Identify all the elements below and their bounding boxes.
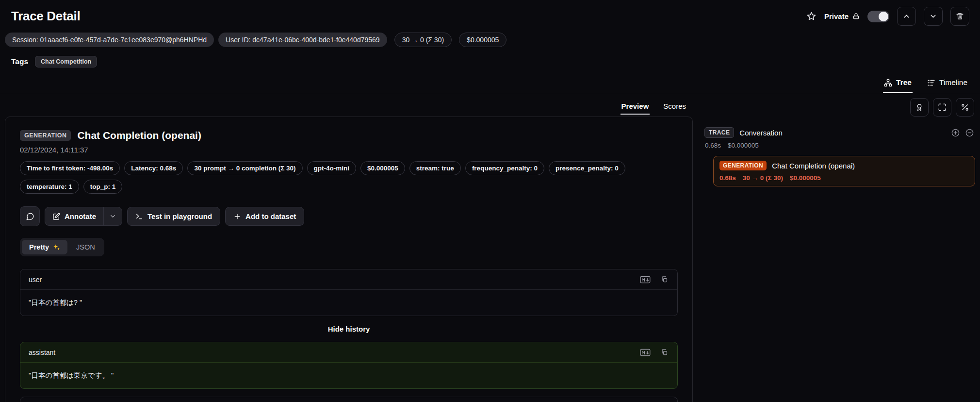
pretty-label: Pretty [29, 243, 49, 251]
observation-title: Chat Completion (openai) [77, 130, 201, 141]
trash-icon [956, 12, 964, 20]
observation-metrics: Time to first token: -498.00s Latency: 0… [20, 161, 670, 194]
next-trace-button[interactable] [924, 7, 943, 26]
cost-pill: $0.000005 [459, 33, 506, 47]
message-card-user: user [20, 397, 678, 402]
copy-icon [661, 276, 668, 283]
view-tabs: Tree Timeline [0, 74, 980, 93]
metric-pill: $0.000005 [360, 161, 405, 175]
tab-scores[interactable]: Scores [662, 98, 687, 115]
collapse-node-button[interactable] [965, 128, 974, 137]
bookmark-button[interactable] [806, 11, 817, 21]
toggle-scores-button[interactable] [910, 98, 929, 117]
comment-icon [26, 212, 34, 221]
copy-button[interactable] [656, 273, 672, 285]
comments-button[interactable] [20, 206, 40, 226]
markdown-toggle-button[interactable] [637, 273, 653, 285]
messages-list: user [20, 269, 678, 402]
award-icon [915, 103, 924, 112]
copy-button[interactable] [656, 346, 672, 358]
previous-trace-button[interactable] [897, 7, 916, 26]
markdown-icon [640, 349, 651, 356]
privacy-label: Private [824, 12, 849, 20]
metric-pill: presence_penalty: 0 [549, 161, 625, 175]
tab-preview[interactable]: Preview [621, 98, 650, 115]
user-id-pill[interactable]: User ID: dc47a41e-06bc-400d-bde1-f0e440d… [218, 33, 387, 47]
message-card-user: user [20, 269, 678, 316]
panel-tabs: Preview Scores [5, 98, 693, 115]
annotate-label: Annotate [65, 212, 96, 220]
chevron-down-icon [109, 213, 116, 220]
privacy-toggle[interactable] [867, 11, 889, 22]
edit-icon [52, 213, 60, 220]
playground-label: Test in playground [147, 212, 212, 220]
trace-metrics: 0.68s $0.000005 [703, 142, 975, 149]
generation-node-metrics: 0.68s 30 → 0 (Σ 30) $0.000005 [719, 174, 969, 182]
sparkles-icon [53, 244, 60, 251]
tab-timeline[interactable]: Timeline [926, 74, 968, 93]
page-header: Trace Detail Private [0, 0, 980, 29]
metric-pill: Latency: 0.68s [124, 161, 183, 175]
generation-node-title: Chat Completion (openai) [772, 162, 855, 170]
hide-history-button[interactable]: Hide history [328, 325, 370, 333]
tab-timeline-label: Timeline [939, 78, 967, 87]
annotate-button[interactable]: Annotate [45, 207, 103, 225]
metric-pill: frequency_penalty: 0 [465, 161, 544, 175]
node-latency: 0.68s [719, 174, 736, 182]
tab-tree[interactable]: Tree [883, 74, 913, 93]
percent-icon [961, 103, 969, 112]
tree-controls [703, 98, 975, 117]
add-to-dataset-button[interactable]: Add to dataset [225, 207, 304, 226]
format-pretty-button[interactable]: Pretty [22, 240, 67, 254]
circle-plus-icon [951, 128, 960, 137]
add-to-dataset-label: Add to dataset [245, 212, 296, 220]
metric-pill: temperature: 1 [20, 180, 79, 194]
metric-pill: gpt-4o-mini [307, 161, 357, 175]
toggle-knob [879, 12, 888, 21]
observation-type-badge: GENERATION [20, 130, 71, 141]
metric-pill: stream: true [409, 161, 461, 175]
message-card-assistant: assistant [20, 342, 678, 389]
observation-actions: Annotate Test in playground [20, 206, 678, 226]
format-toggle: Pretty JSON [20, 238, 104, 256]
node-cost: $0.000005 [790, 174, 821, 182]
markdown-toggle-button[interactable] [637, 346, 653, 358]
trace-meta-row: Session: 01aaacf6-e0fe-457d-a7de-7c1ee08… [0, 29, 980, 47]
observation-timestamp: 02/12/2024, 14:11:37 [20, 146, 678, 154]
privacy-setting: Private [824, 12, 860, 20]
trace-latency: 0.68s [705, 142, 721, 149]
tree-node-generation-selected[interactable]: GENERATION Chat Completion (openai) 0.68… [713, 156, 975, 186]
terminal-icon [135, 213, 143, 220]
tag-chip[interactable]: Chat Competition [35, 56, 97, 67]
chevron-down-icon [929, 12, 937, 20]
annotate-dropdown-button[interactable] [103, 207, 122, 225]
metric-pill: top_p: 1 [83, 180, 123, 194]
trace-type-badge: TRACE [704, 127, 734, 138]
expand-node-button[interactable] [951, 128, 960, 137]
annotate-split-button: Annotate [45, 207, 122, 226]
token-usage-pill: 30 → 0 (Σ 30) [394, 33, 452, 47]
message-content: "日本の首都は東京です。 " [20, 363, 677, 388]
message-content: "日本の首都は? " [20, 290, 677, 316]
markdown-icon [640, 276, 651, 284]
playground-button[interactable]: Test in playground [127, 207, 220, 226]
copy-icon [661, 349, 668, 356]
circle-minus-icon [965, 128, 974, 137]
tree-node-trace[interactable]: TRACE Conversation [703, 126, 975, 139]
message-role: assistant [29, 349, 55, 356]
tree-icon [884, 79, 892, 87]
format-json-button[interactable]: JSON [69, 240, 102, 254]
delete-trace-button[interactable] [950, 7, 969, 26]
session-pill[interactable]: Session: 01aaacf6-e0fe-457d-a7de-7c1ee08… [5, 33, 214, 47]
plus-icon [233, 213, 241, 220]
expand-collapse-all-button[interactable] [933, 98, 951, 117]
metric-pill: Time to first token: -498.00s [20, 161, 120, 175]
tab-tree-label: Tree [896, 78, 912, 87]
observation-panel: Preview Scores GENERATION Chat Completio… [5, 98, 693, 402]
observation-card: GENERATION Chat Completion (openai) 02/1… [5, 117, 693, 402]
generation-type-badge: GENERATION [719, 161, 767, 170]
trace-title: Conversation [739, 129, 782, 137]
tags-label: Tags [11, 57, 28, 66]
toggle-metrics-button[interactable] [956, 98, 974, 117]
page-title: Trace Detail [11, 9, 80, 24]
